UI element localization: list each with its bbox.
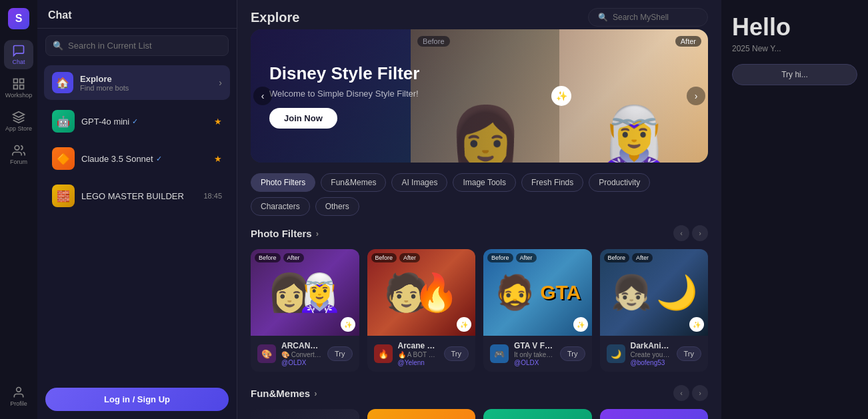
sidebar-item-chat[interactable]: Chat	[4, 40, 33, 69]
sidebar-item-workshop[interactable]: Workshop	[4, 73, 33, 103]
photo-filters-section: Photo Filters › ‹ › 👩 🧝‍♀️ Before After	[237, 225, 721, 385]
profile-label: Profile	[10, 400, 27, 407]
ba-labels-3: Before After	[487, 253, 537, 262]
verified-badge-2: ✓	[156, 155, 162, 163]
hero-prev-button[interactable]: ‹	[253, 87, 272, 105]
search-icon: 🔍	[53, 41, 63, 51]
try-arcane-button[interactable]: Try	[327, 346, 352, 361]
card-dark-anime[interactable]: 👧 🌙 Before After ✨ 🌙 DarkAnime Create yo…	[600, 249, 709, 372]
photo-next-button[interactable]: ›	[692, 225, 708, 241]
search-input[interactable]	[68, 41, 221, 51]
before-badge: Before	[255, 253, 281, 262]
hero-subtitle: Welcome to Simple Disney Style Filter!	[269, 89, 689, 99]
fun-memes-section: Fun&Memes › ‹ › 🎨 🎨 AI Tattoo Master Ai …	[237, 385, 721, 419]
verified-badge: ✓	[132, 117, 138, 126]
card-avatar: 🎨	[257, 344, 276, 363]
explore-nav-item[interactable]: 🏠 Explore Find more bots ›	[44, 65, 230, 100]
cat-tab-photo-filters[interactable]: Photo Filters	[251, 173, 315, 192]
sidebar-item-appstore[interactable]: App Store	[4, 107, 33, 136]
explore-text: Explore Find more bots	[80, 74, 212, 92]
card-desc-4: Create your own DarkAnime!	[631, 351, 671, 358]
card-info-3: GTA V Filter It only takes 1 to 2 minute…	[514, 341, 555, 366]
app-logo[interactable]: S	[8, 8, 29, 29]
gta-image: 🧔 GTA Before After ✨	[483, 249, 592, 336]
chevron-right-icon: ›	[219, 77, 222, 88]
logo-text: S	[15, 13, 23, 25]
join-now-button[interactable]: Join Now	[269, 108, 337, 129]
card-arcane-generator[interactable]: 🧑 🔥 Before After ✨ 🔥 Arcane Generator 🔥 …	[367, 249, 476, 372]
memes-prev-button[interactable]: ‹	[673, 385, 689, 401]
cat-tab-fresh-finds[interactable]: Fresh Finds	[521, 173, 583, 192]
after-badge-3: After	[516, 253, 537, 262]
card-info-4: DarkAnime Create your own DarkAnime! @bo…	[631, 341, 671, 366]
forum-label: Forum	[10, 159, 27, 165]
gamecard-image: 🎴	[600, 409, 709, 419]
cat-tab-image-tools[interactable]: Image Tools	[453, 173, 515, 192]
chat-label: Chat	[12, 59, 25, 65]
cat-tab-fun-memes[interactable]: Fun&Memes	[321, 173, 386, 192]
after-badge-4: After	[632, 253, 653, 262]
list-item-lego[interactable]: 🧱 LEGO MASTER BUILDER 18:45	[43, 179, 231, 213]
card-arcane-filter[interactable]: 👩 🧝‍♀️ Before After ✨ 🎨 ARCANE Filter 🎨 …	[251, 249, 359, 372]
sidebar: Chat 🔍 🏠 Explore Find more bots › 🤖 GPT-…	[37, 0, 237, 419]
card-name-2: Arcane Generator	[398, 341, 439, 350]
card-author-2: @Yelenn	[398, 359, 439, 366]
section-nav-photo: ‹ ›	[673, 225, 708, 241]
appstore-label: App Store	[5, 125, 32, 132]
lego-time: 18:45	[203, 192, 222, 200]
hello-text: Hello	[732, 13, 857, 41]
list-item-gpt[interactable]: 🤖 GPT-4o mini ✓ ★	[43, 104, 231, 139]
star-icon: ★	[214, 117, 222, 127]
section-title-photo: Photo Filters ›	[251, 228, 319, 239]
icon-bar: S Chat Workshop App Store Forum Profile	[0, 0, 37, 419]
cat-tab-others[interactable]: Others	[315, 197, 359, 216]
cat-tab-ai-images[interactable]: AI Images	[391, 173, 447, 192]
fun-memes-cards: 🎨 🎨 AI Tattoo Master Ai Tattoo Master @S…	[251, 409, 708, 419]
card-body-4: 🌙 DarkAnime Create your own DarkAnime! @…	[600, 336, 709, 372]
card-name-4: DarkAnime	[631, 341, 671, 350]
try-gta-button[interactable]: Try	[560, 346, 585, 361]
try-hw-button[interactable]: Try hi...	[732, 64, 857, 85]
login-button[interactable]: Log in / Sign Up	[45, 388, 229, 411]
memes-next-button[interactable]: ›	[692, 385, 708, 401]
card-moodeng[interactable]: 🦛 🦛 moodeng So cute..Select Style 1 or 2…	[483, 409, 592, 419]
lego-avatar: 🧱	[52, 185, 75, 207]
card-gta-filter[interactable]: 🧔 GTA Before After ✨ 🎮 GTA V Filter It o…	[483, 249, 592, 372]
card-body-3: 🎮 GTA V Filter It only takes 1 to 2 minu…	[483, 336, 592, 372]
card-name: ARCANE Filter	[281, 341, 322, 350]
search-bar[interactable]: 🔍	[45, 35, 229, 56]
card-spark-4: ✨	[689, 317, 704, 332]
arcane-filter-image: 👩 🧝‍♀️ Before After ✨	[251, 249, 359, 336]
claude-avatar: 🔶	[52, 147, 75, 170]
sidebar-item-forum[interactable]: Forum	[4, 140, 33, 169]
photo-prev-button[interactable]: ‹	[673, 225, 689, 241]
card-memes[interactable]: 😂 😂 Super Memes Uncontrollable funny @Lu…	[367, 409, 476, 419]
sidebar-item-profile[interactable]: Profile	[4, 382, 33, 411]
cat-tab-productivity[interactable]: Productivity	[589, 173, 650, 192]
gpt-name: GPT-4o mini ✓	[81, 117, 207, 127]
hero-next-button[interactable]: ›	[687, 87, 705, 105]
card-desc: 🎨 Convert any picture into...	[281, 351, 322, 358]
explore-page-title: Explore	[251, 10, 299, 25]
list-item-claude[interactable]: 🔶 Claude 3.5 Sonnet ✓ ★	[43, 141, 231, 176]
try-anime-button[interactable]: Try	[677, 346, 701, 361]
moodeng-image: 🦛	[483, 409, 592, 419]
card-tattoo[interactable]: 🎨 🎨 AI Tattoo Master Ai Tattoo Master @S…	[251, 409, 359, 419]
year-text: 2025 New Y...	[732, 44, 857, 53]
card-spark-2: ✨	[457, 317, 471, 332]
card-name-3: GTA V Filter	[514, 341, 555, 350]
card-desc-2: 🔥 A BOT helps you change an...	[398, 351, 439, 358]
card-gamecard[interactable]: 🎴 🎴 GameCard Gacha 🃏 Generate game card …	[600, 409, 709, 419]
hero-banner: Disney Style Filter Welcome to Simple Di…	[251, 29, 708, 163]
cat-tab-characters[interactable]: Characters	[251, 197, 310, 216]
arcane-gen-image: 🧑 🔥 Before After ✨	[367, 249, 476, 336]
card-author-3: @OLDX	[514, 359, 555, 366]
card-author: @OLDX	[281, 359, 322, 366]
category-tabs: Photo Filters Fun&Memes AI Images Image …	[237, 173, 721, 225]
svg-point-5	[17, 388, 21, 392]
svg-rect-3	[14, 85, 18, 89]
try-arcane-gen-button[interactable]: Try	[444, 346, 469, 361]
explore-subtitle: Find more bots	[80, 84, 212, 92]
search-myshell-input[interactable]	[613, 13, 698, 22]
sidebar-title: Chat	[37, 0, 237, 29]
